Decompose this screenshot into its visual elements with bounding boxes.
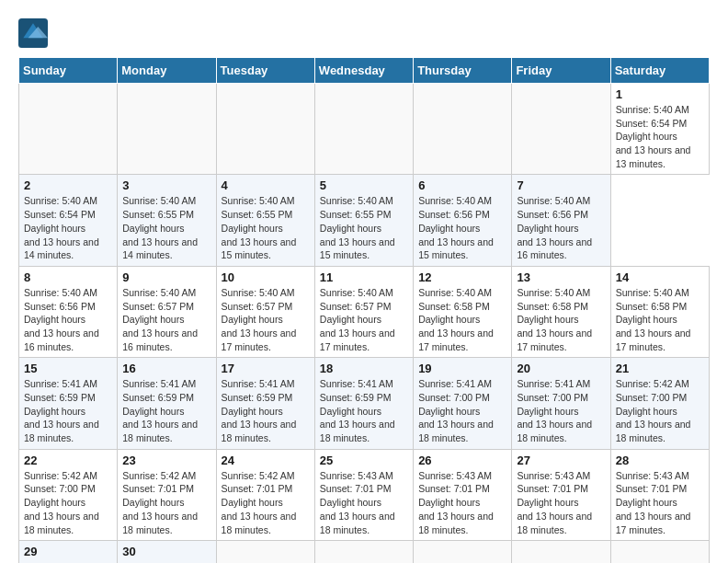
day-info: Sunrise: 5:40 AMSunset: 6:56 PMDaylight … (517, 194, 605, 261)
empty-cell (19, 84, 118, 175)
calendar-week-row: 22 Sunrise: 5:42 AMSunset: 7:00 PMDaylig… (19, 449, 710, 540)
empty-cell (512, 541, 610, 563)
calendar-cell: 30 Sunrise: 5:44 AMSunset: 7:02 PMDaylig… (118, 541, 216, 563)
day-info: Sunrise: 5:43 AMSunset: 7:01 PMDaylight … (320, 469, 408, 536)
calendar-cell: 2 Sunrise: 5:40 AMSunset: 6:54 PMDayligh… (19, 175, 118, 266)
calendar-cell: 22 Sunrise: 5:42 AMSunset: 7:00 PMDaylig… (19, 449, 118, 540)
day-info: Sunrise: 5:40 AMSunset: 6:54 PMDaylight … (24, 194, 112, 261)
day-info: Sunrise: 5:40 AMSunset: 6:57 PMDaylight … (320, 286, 408, 353)
calendar-cell: 1 Sunrise: 5:40 AMSunset: 6:54 PMDayligh… (610, 84, 709, 175)
calendar-cell: 12 Sunrise: 5:40 AMSunset: 6:58 PMDaylig… (414, 266, 512, 357)
calendar-cell: 17 Sunrise: 5:41 AMSunset: 6:59 PMDaylig… (216, 358, 314, 449)
calendar-cell: 11 Sunrise: 5:40 AMSunset: 6:57 PMDaylig… (314, 266, 413, 357)
calendar-cell: 28 Sunrise: 5:43 AMSunset: 7:01 PMDaylig… (610, 449, 709, 540)
day-number: 13 (517, 270, 605, 284)
day-number: 8 (24, 270, 112, 284)
day-info: Sunrise: 5:41 AMSunset: 6:59 PMDaylight … (122, 377, 210, 444)
logo (18, 18, 51, 48)
day-info: Sunrise: 5:40 AMSunset: 6:58 PMDaylight … (616, 286, 704, 353)
day-number: 26 (418, 454, 506, 467)
day-info: Sunrise: 5:40 AMSunset: 6:58 PMDaylight … (517, 286, 605, 353)
calendar-cell: 25 Sunrise: 5:43 AMSunset: 7:01 PMDaylig… (314, 449, 413, 540)
calendar-week-row: 15 Sunrise: 5:41 AMSunset: 6:59 PMDaylig… (19, 358, 710, 449)
day-info: Sunrise: 5:43 AMSunset: 7:01 PMDaylight … (418, 469, 506, 536)
day-number: 14 (616, 270, 704, 284)
calendar-cell: 8 Sunrise: 5:40 AMSunset: 6:56 PMDayligh… (19, 266, 118, 357)
day-number: 23 (122, 454, 210, 467)
calendar-cell: 19 Sunrise: 5:41 AMSunset: 7:00 PMDaylig… (414, 358, 512, 449)
day-info: Sunrise: 5:40 AMSunset: 6:57 PMDaylight … (222, 286, 310, 353)
empty-cell (314, 84, 413, 175)
day-number: 3 (122, 178, 210, 192)
calendar-cell: 9 Sunrise: 5:40 AMSunset: 6:57 PMDayligh… (118, 266, 216, 357)
day-info: Sunrise: 5:43 AMSunset: 7:01 PMDaylight … (517, 469, 605, 536)
empty-cell (118, 84, 216, 175)
day-info: Sunrise: 5:40 AMSunset: 6:55 PMDaylight … (222, 194, 310, 261)
day-info: Sunrise: 5:42 AMSunset: 7:00 PMDaylight … (24, 469, 112, 536)
calendar-week-row: 8 Sunrise: 5:40 AMSunset: 6:56 PMDayligh… (19, 266, 710, 357)
calendar-cell: 5 Sunrise: 5:40 AMSunset: 6:55 PMDayligh… (314, 175, 413, 266)
empty-cell (610, 541, 709, 563)
day-info: Sunrise: 5:42 AMSunset: 7:00 PMDaylight … (616, 377, 704, 444)
day-number: 27 (517, 454, 605, 467)
weekday-header: Friday (512, 58, 610, 84)
calendar-cell: 7 Sunrise: 5:40 AMSunset: 6:56 PMDayligh… (512, 175, 610, 266)
calendar-week-row: 29 Sunrise: 5:44 AMSunset: 7:01 PMDaylig… (19, 541, 710, 563)
empty-cell (414, 84, 512, 175)
day-number: 25 (320, 454, 408, 467)
calendar-cell: 29 Sunrise: 5:44 AMSunset: 7:01 PMDaylig… (19, 541, 118, 563)
day-info: Sunrise: 5:41 AMSunset: 7:00 PMDaylight … (517, 377, 605, 444)
calendar-cell: 21 Sunrise: 5:42 AMSunset: 7:00 PMDaylig… (610, 358, 709, 449)
day-number: 20 (517, 362, 605, 375)
calendar-week-row: 2 Sunrise: 5:40 AMSunset: 6:54 PMDayligh… (19, 175, 710, 266)
day-number: 12 (418, 270, 506, 284)
day-number: 6 (418, 178, 506, 192)
day-info: Sunrise: 5:40 AMSunset: 6:58 PMDaylight … (418, 286, 506, 353)
empty-cell (216, 84, 314, 175)
empty-cell (314, 541, 413, 563)
day-number: 21 (616, 362, 704, 375)
calendar-cell: 18 Sunrise: 5:41 AMSunset: 6:59 PMDaylig… (314, 358, 413, 449)
day-number: 2 (24, 178, 112, 192)
day-number: 30 (122, 545, 210, 558)
day-number: 15 (24, 362, 112, 375)
day-info: Sunrise: 5:42 AMSunset: 7:01 PMDaylight … (122, 469, 210, 536)
day-info: Sunrise: 5:40 AMSunset: 6:54 PMDaylight … (616, 103, 704, 170)
day-number: 19 (418, 362, 506, 375)
weekday-header: Thursday (414, 58, 512, 84)
header (18, 18, 710, 48)
calendar-cell: 16 Sunrise: 5:41 AMSunset: 6:59 PMDaylig… (118, 358, 216, 449)
calendar-cell: 14 Sunrise: 5:40 AMSunset: 6:58 PMDaylig… (610, 266, 709, 357)
day-number: 5 (320, 178, 408, 192)
day-number: 18 (320, 362, 408, 375)
day-number: 22 (24, 454, 112, 467)
weekday-header: Sunday (19, 58, 118, 84)
logo-icon (18, 18, 48, 48)
calendar-header-row: SundayMondayTuesdayWednesdayThursdayFrid… (19, 58, 710, 84)
calendar-cell: 13 Sunrise: 5:40 AMSunset: 6:58 PMDaylig… (512, 266, 610, 357)
day-number: 24 (222, 454, 310, 467)
calendar: SundayMondayTuesdayWednesdayThursdayFrid… (18, 57, 710, 563)
calendar-cell: 27 Sunrise: 5:43 AMSunset: 7:01 PMDaylig… (512, 449, 610, 540)
weekday-header: Saturday (610, 58, 709, 84)
day-info: Sunrise: 5:40 AMSunset: 6:57 PMDaylight … (122, 286, 210, 353)
empty-cell (512, 84, 610, 175)
day-info: Sunrise: 5:42 AMSunset: 7:01 PMDaylight … (222, 469, 310, 536)
day-number: 9 (122, 270, 210, 284)
day-info: Sunrise: 5:41 AMSunset: 7:00 PMDaylight … (418, 377, 506, 444)
empty-cell (414, 541, 512, 563)
day-info: Sunrise: 5:40 AMSunset: 6:55 PMDaylight … (122, 194, 210, 261)
day-number: 29 (24, 545, 112, 558)
day-number: 11 (320, 270, 408, 284)
day-info: Sunrise: 5:40 AMSunset: 6:56 PMDaylight … (24, 286, 112, 353)
day-number: 7 (517, 178, 605, 192)
day-number: 4 (222, 178, 310, 192)
calendar-cell: 6 Sunrise: 5:40 AMSunset: 6:56 PMDayligh… (414, 175, 512, 266)
day-info: Sunrise: 5:40 AMSunset: 6:56 PMDaylight … (418, 194, 506, 261)
day-number: 17 (222, 362, 310, 375)
calendar-cell: 15 Sunrise: 5:41 AMSunset: 6:59 PMDaylig… (19, 358, 118, 449)
calendar-cell: 26 Sunrise: 5:43 AMSunset: 7:01 PMDaylig… (414, 449, 512, 540)
day-info: Sunrise: 5:41 AMSunset: 6:59 PMDaylight … (24, 377, 112, 444)
day-number: 28 (616, 454, 704, 467)
day-number: 10 (222, 270, 310, 284)
